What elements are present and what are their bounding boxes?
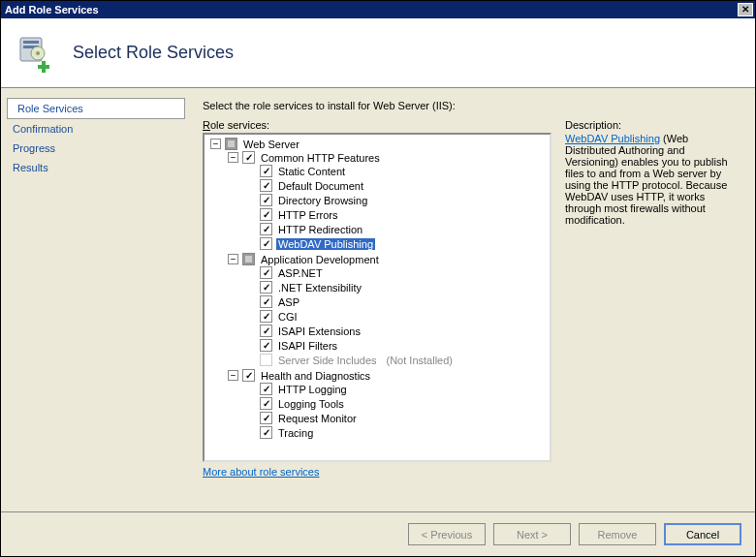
server-role-icon — [15, 32, 57, 75]
checkbox[interactable] — [260, 165, 272, 177]
role-services-tree[interactable]: − Web Server − — [203, 133, 551, 462]
expand-icon[interactable]: − — [228, 254, 238, 264]
description-label: Description: — [565, 119, 740, 131]
tree-node-web-server[interactable]: − Web Server — [210, 138, 548, 150]
instruction-text: Select the role services to install for … — [203, 100, 740, 111]
steps-sidebar: Role Services Confirmation Progress Resu… — [1, 88, 191, 511]
tree-node-ssi: Server Side Includes(Not Installed) — [245, 354, 548, 366]
titlebar: Add Role Services ✕ — [1, 1, 755, 18]
checkbox-mixed[interactable] — [225, 138, 237, 150]
description-body: (Web Distributed Authoring and Versionin… — [565, 133, 728, 226]
checkbox[interactable] — [260, 194, 272, 206]
checkbox[interactable] — [260, 412, 272, 424]
window-title: Add Role Services — [5, 4, 99, 15]
tree-node-logging-tools[interactable]: Logging Tools — [245, 397, 548, 410]
tree-node-default-document[interactable]: Default Document — [245, 179, 548, 192]
step-role-services[interactable]: Role Services — [7, 98, 185, 119]
expand-icon[interactable]: − — [228, 370, 238, 381]
tree-node-app-development[interactable]: − Application Development — [228, 253, 548, 265]
main-panel: Select the role services to install for … — [191, 88, 755, 511]
footer: < Previous Next > Remove Cancel — [1, 511, 755, 556]
tree-node-net-extensibility[interactable]: .NET Extensibility — [245, 281, 548, 294]
checkbox[interactable] — [260, 237, 272, 250]
step-progress[interactable]: Progress — [1, 139, 191, 158]
tree-node-common-http[interactable]: − Common HTTP Features — [228, 151, 548, 164]
checkbox[interactable] — [260, 223, 272, 235]
tree-node-http-logging[interactable]: HTTP Logging — [245, 383, 548, 395]
checkbox-checked[interactable] — [242, 369, 255, 382]
svg-point-4 — [36, 51, 40, 55]
tree-node-cgi[interactable]: CGI — [245, 310, 548, 323]
tree-node-isapi-ext[interactable]: ISAPI Extensions — [245, 325, 548, 337]
previous-button: < Previous — [408, 523, 486, 545]
remove-button: Remove — [579, 523, 656, 545]
checkbox[interactable] — [260, 295, 272, 308]
tree-node-http-errors[interactable]: HTTP Errors — [245, 208, 548, 221]
checkbox-checked[interactable] — [242, 151, 255, 164]
checkbox[interactable] — [260, 325, 272, 337]
dialog-window: Add Role Services ✕ Select Role Services… — [0, 0, 756, 557]
svg-rect-6 — [38, 65, 49, 69]
role-services-label: Role services: — [203, 119, 551, 131]
step-confirmation[interactable]: Confirmation — [1, 119, 191, 139]
tree-node-asp[interactable]: ASP — [245, 295, 548, 308]
close-button[interactable]: ✕ — [738, 3, 753, 16]
checkbox[interactable] — [260, 339, 272, 352]
tree-node-tracing[interactable]: Tracing — [245, 426, 548, 439]
body: Role Services Confirmation Progress Resu… — [1, 88, 755, 511]
checkbox[interactable] — [260, 281, 272, 294]
step-results[interactable]: Results — [1, 158, 191, 177]
checkbox[interactable] — [260, 426, 272, 439]
page-title: Select Role Services — [73, 43, 234, 63]
more-about-link[interactable]: More about role services — [203, 466, 319, 478]
tree-node-http-redirection[interactable]: HTTP Redirection — [245, 223, 548, 235]
checkbox[interactable] — [260, 179, 272, 192]
description-text: WebDAV Publishing (Web Distributed Autho… — [565, 133, 740, 226]
cancel-button[interactable]: Cancel — [664, 523, 741, 545]
expand-icon[interactable]: − — [210, 139, 221, 149]
checkbox[interactable] — [260, 397, 272, 410]
checkbox[interactable] — [260, 266, 272, 279]
tree-node-isapi-filters[interactable]: ISAPI Filters — [245, 339, 548, 352]
next-button: Next > — [493, 523, 571, 545]
tree-node-webdav-publishing[interactable]: WebDAV Publishing — [245, 237, 548, 250]
expand-icon[interactable]: − — [228, 152, 238, 163]
description-link[interactable]: WebDAV Publishing — [565, 133, 660, 144]
checkbox-mixed[interactable] — [242, 253, 255, 265]
tree-node-health[interactable]: − Health and Diagnostics — [228, 369, 548, 382]
tree-node-directory-browsing[interactable]: Directory Browsing — [245, 194, 548, 206]
tree-node-request-monitor[interactable]: Request Monitor — [245, 412, 548, 424]
header: Select Role Services — [1, 18, 755, 88]
checkbox[interactable] — [260, 208, 272, 221]
checkbox[interactable] — [260, 310, 272, 323]
tree-node-static-content[interactable]: Static Content — [245, 165, 548, 177]
checkbox-disabled — [260, 354, 272, 366]
tree-node-aspnet[interactable]: ASP.NET — [245, 266, 548, 279]
checkbox[interactable] — [260, 383, 272, 395]
svg-rect-1 — [23, 41, 39, 44]
